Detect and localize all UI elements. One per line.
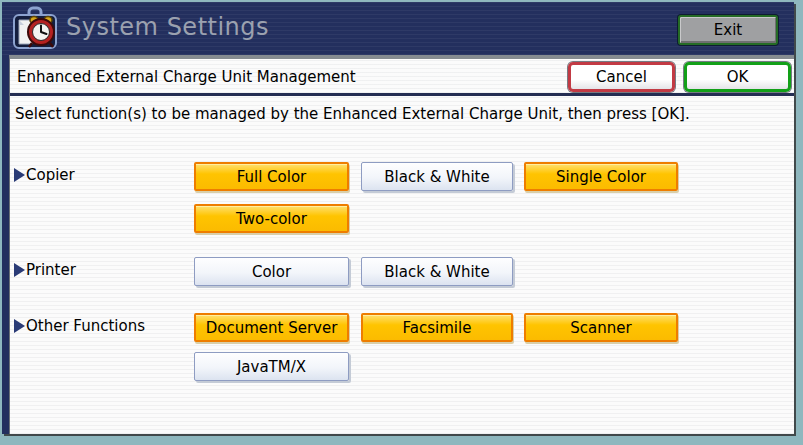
toggle-document-server[interactable]: Document Server [194,313,349,342]
toggle-printer-black-white[interactable]: Black & White [361,257,513,286]
exit-button[interactable]: Exit [678,15,778,45]
toggle-printer-color[interactable]: Color [194,257,349,286]
screen-inner: System Settings Exit Enhanced External C… [2,2,794,434]
toggle-copier-black-white[interactable]: Black & White [361,162,513,191]
toggle-javatm-x[interactable]: JavaTM/X [194,352,349,381]
printer-button-row: Color Black & White [10,257,794,286]
panel-header: Enhanced External Charge Unit Management… [10,59,794,96]
system-settings-clock-toolbox-icon [10,5,60,56]
page-title: System Settings [66,13,269,41]
settings-panel: Enhanced External Charge Unit Management… [9,55,794,434]
toggle-copier-full-color[interactable]: Full Color [194,162,349,191]
panel-content: Select function(s) to be managed by the … [10,96,794,434]
toggle-scanner[interactable]: Scanner [524,313,678,342]
toggle-facsimile[interactable]: Facsimile [361,313,513,342]
cancel-button[interactable]: Cancel [568,62,675,92]
copier-button-row-2: Two-color [10,204,794,233]
toggle-copier-single-color[interactable]: Single Color [524,162,678,191]
ok-button[interactable]: OK [684,62,791,92]
touch-screen: System Settings Exit Enhanced External C… [0,0,803,445]
instruction-text: Select function(s) to be managed by the … [15,105,690,123]
other-functions-button-row-2: JavaTM/X [10,352,794,381]
toggle-copier-two-color[interactable]: Two-color [194,204,349,233]
title-bar: System Settings Exit [2,2,794,55]
copier-button-row-1: Full Color Black & White Single Color [10,162,794,191]
other-functions-button-row-1: Document Server Facsimile Scanner [10,313,794,342]
panel-title: Enhanced External Charge Unit Management [17,68,356,86]
